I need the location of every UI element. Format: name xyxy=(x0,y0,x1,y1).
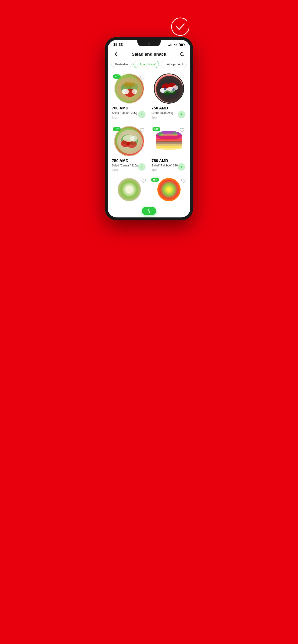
favorite-button-4[interactable] xyxy=(179,127,185,134)
svg-point-29 xyxy=(130,136,137,142)
product-card-1: HIT xyxy=(110,71,149,122)
partial-image-6 xyxy=(157,178,181,201)
add-button-3[interactable]: + xyxy=(138,163,146,170)
partial-image-5 xyxy=(118,178,141,201)
page-wrapper: 15:33 xyxy=(100,9,198,220)
product-card-2: 750 AMD Greek salad 250g 1pcs + xyxy=(149,71,188,122)
svg-point-36 xyxy=(156,146,182,150)
add-button-1[interactable]: + xyxy=(138,111,146,118)
svg-point-19 xyxy=(164,90,171,95)
filter-tabs: Bestseller ↑ At a price of ↓ At a price … xyxy=(108,61,190,71)
product-card-3: HIT xyxy=(110,124,149,174)
phone-frame: 15:33 xyxy=(105,37,193,220)
svg-point-20 xyxy=(170,90,176,94)
svg-point-10 xyxy=(132,89,137,94)
hit-badge-1: HIT xyxy=(113,74,121,78)
hit-badge-4: HIT xyxy=(152,127,160,131)
app-logo xyxy=(170,16,191,37)
add-button-2[interactable]: + xyxy=(178,111,185,118)
product-price-1: 700 AMD xyxy=(112,106,146,110)
phone-screen: 15:33 xyxy=(108,40,190,218)
bottom-card-1 xyxy=(110,176,149,201)
fab-container xyxy=(108,206,190,218)
svg-rect-2 xyxy=(184,44,185,46)
arrow-down-icon: ↓ xyxy=(164,63,166,66)
svg-point-39 xyxy=(160,134,178,136)
product-price-4: 750 AMD xyxy=(152,158,186,163)
bottom-row: HIT xyxy=(108,176,190,206)
battery-icon xyxy=(179,43,185,46)
svg-point-22 xyxy=(172,88,175,90)
filter-price-asc[interactable]: ↑ At a price of xyxy=(133,61,159,68)
product-price-2: 750 AMD xyxy=(152,106,186,110)
camera xyxy=(148,42,150,45)
filter-price-desc[interactable]: ↓ At a price of xyxy=(161,61,186,68)
bottom-card-2: HIT xyxy=(149,176,188,201)
filter-price-desc-label: At a price of xyxy=(167,62,183,66)
products-grid: HIT xyxy=(108,71,190,176)
favorite-button-3[interactable] xyxy=(139,127,146,134)
svg-point-12 xyxy=(129,82,136,87)
back-button[interactable] xyxy=(112,50,120,58)
product-price-3: 750 AMD xyxy=(112,158,146,163)
svg-point-43 xyxy=(149,212,150,212)
hit-badge-6: HIT xyxy=(151,178,159,182)
svg-point-42 xyxy=(148,210,149,211)
hit-badge-3: HIT xyxy=(113,127,121,131)
status-icons xyxy=(168,43,185,46)
search-button[interactable] xyxy=(178,50,186,58)
favorite-button-6[interactable] xyxy=(180,178,187,184)
svg-point-21 xyxy=(164,87,166,90)
phone-notch xyxy=(137,40,161,46)
favorite-button-5[interactable] xyxy=(140,178,147,184)
status-time: 15:33 xyxy=(113,43,123,47)
wifi-icon xyxy=(174,43,178,46)
product-card-4: HIT xyxy=(149,124,188,174)
signal-icon xyxy=(168,43,172,46)
filter-fab-button[interactable] xyxy=(142,207,156,215)
filter-bestseller-label: Bestseller xyxy=(115,62,128,66)
svg-point-9 xyxy=(122,89,129,94)
svg-rect-3 xyxy=(180,44,183,46)
filter-bestseller[interactable]: Bestseller xyxy=(111,61,132,68)
app-header: Salad and snack xyxy=(108,48,190,61)
filter-price-asc-label: At a price of xyxy=(139,62,155,66)
favorite-button-2[interactable] xyxy=(179,74,185,81)
arrow-up-icon: ↑ xyxy=(137,63,138,66)
favorite-button-1[interactable] xyxy=(139,74,146,81)
page-title: Salad and snack xyxy=(132,52,166,57)
add-button-4[interactable]: + xyxy=(178,163,185,170)
svg-point-0 xyxy=(171,18,189,36)
